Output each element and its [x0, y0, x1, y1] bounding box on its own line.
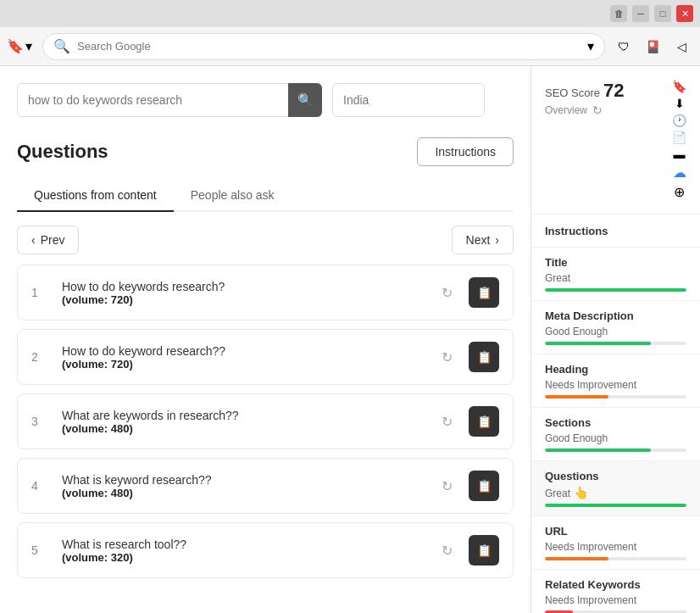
plus-circle-icon[interactable]: ⊕	[674, 184, 685, 200]
seo-item-label: Sections	[545, 416, 686, 429]
question-actions: ↻ 📋	[431, 342, 499, 372]
pagination: ‹ Prev Next ›	[17, 226, 514, 254]
cursor-icon: 👆	[574, 486, 588, 499]
progress-fill	[545, 395, 608, 398]
progress-bar	[545, 449, 686, 452]
grid-icon[interactable]: ▬	[674, 148, 686, 161]
seo-item[interactable]: Title Great	[531, 248, 700, 301]
question-item: 2 How to do keyword research?? (volume: …	[17, 329, 514, 385]
question-number: 3	[31, 415, 48, 428]
next-button[interactable]: Next ›	[452, 226, 514, 254]
question-refresh-btn[interactable]: ↻	[431, 277, 462, 308]
delete-btn[interactable]: 🗑	[610, 5, 627, 22]
search-icon: 🔍	[53, 38, 70, 54]
seo-item-label: Related Keywords	[545, 578, 686, 591]
question-copy-btn[interactable]: 📋	[469, 342, 499, 372]
question-copy-btn[interactable]: 📋	[469, 277, 499, 308]
seo-item-label: URL	[545, 525, 686, 538]
question-actions: ↻ 📋	[431, 406, 499, 437]
seo-item-label: Questions	[545, 470, 686, 482]
question-main: How to do keywords research?	[62, 280, 418, 293]
chevron-right-icon: ›	[495, 233, 499, 247]
extension-icon[interactable]: 🎴	[641, 35, 664, 59]
cloud-icon[interactable]: ☁	[673, 164, 686, 181]
search-bar[interactable]: 🔍 ▾	[42, 33, 605, 60]
question-copy-btn[interactable]: 📋	[469, 535, 499, 566]
question-text: What is research tool?? (volume: 320)	[62, 538, 418, 564]
seo-item[interactable]: Heading Needs Improvement	[531, 354, 700, 408]
question-text: What is keyword research?? (volume: 480)	[62, 473, 418, 499]
question-volume: (volume: 720)	[62, 293, 418, 306]
question-item: 5 What is research tool?? (volume: 320) …	[17, 522, 514, 578]
progress-fill	[545, 449, 651, 452]
title-bar: 🗑 ─ □ ✕	[0, 0, 700, 27]
question-refresh-btn[interactable]: ↻	[431, 406, 462, 437]
seo-item[interactable]: Sections Good Enough	[531, 408, 700, 461]
search-input[interactable]	[77, 40, 581, 53]
question-refresh-btn[interactable]: ↻	[431, 342, 462, 372]
toolbar-icons: 🛡 🎴 ◁	[612, 35, 693, 59]
seo-item-status: Good Enough	[545, 326, 686, 337]
browser-toolbar: 🔖 ▾ 🔍 ▾ 🛡 🎴 ◁	[0, 27, 700, 66]
progress-fill	[545, 504, 686, 507]
question-actions: ↻ 📋	[431, 277, 499, 308]
sidebar-top-icons: 🔖 ⬇ 🕐 📄 ▬ ☁ ⊕	[672, 80, 686, 200]
progress-bar	[545, 557, 686, 560]
question-copy-btn[interactable]: 📋	[469, 406, 499, 437]
page-title: Questions	[17, 141, 108, 163]
instructions-label: Instructions	[545, 225, 608, 237]
question-copy-btn[interactable]: 📋	[469, 471, 499, 501]
seo-item-label: Heading	[545, 363, 686, 376]
question-number: 5	[31, 543, 48, 557]
instructions-button[interactable]: Instructions	[417, 137, 514, 166]
question-refresh-btn[interactable]: ↻	[431, 535, 462, 566]
seo-item[interactable]: URL Needs Improvement	[531, 516, 700, 570]
progress-bar	[545, 395, 686, 398]
tabs: Questions from content People also ask	[17, 180, 514, 212]
content-area: 🔍 Questions Instructions Questions from …	[0, 66, 531, 613]
progress-fill	[545, 288, 686, 292]
seo-item-status: Needs Improvement	[545, 594, 686, 606]
history-icon[interactable]: 🕐	[672, 114, 686, 127]
question-main: What is research tool??	[62, 538, 418, 551]
download-icon[interactable]: ⬇	[675, 97, 685, 110]
question-number: 1	[31, 286, 48, 299]
bookmark-area: 🔖 ▾	[7, 38, 32, 54]
sidebar-toggle-icon[interactable]: ◁	[669, 35, 693, 59]
keyword-input[interactable]	[17, 83, 322, 117]
question-number: 4	[31, 479, 48, 493]
question-item: 3 What are keywords in research?? (volum…	[17, 393, 514, 449]
seo-item-status: Needs Improvement	[545, 379, 686, 391]
question-refresh-btn[interactable]: ↻	[431, 471, 462, 501]
prev-button[interactable]: ‹ Prev	[17, 226, 79, 254]
seo-item-label: Title	[545, 256, 686, 269]
keyword-input-wrap: 🔍	[17, 83, 322, 117]
tab-questions-from-content[interactable]: Questions from content	[17, 180, 174, 210]
instructions-section: Instructions	[531, 215, 700, 248]
seo-item-status: Great👆	[545, 486, 686, 499]
question-text: What are keywords in research?? (volume:…	[62, 409, 418, 435]
bookmark-icon: 🔖	[7, 38, 24, 54]
document-icon[interactable]: 📄	[672, 131, 686, 144]
search-button[interactable]: 🔍	[288, 83, 322, 117]
shield-icon[interactable]: 🛡	[612, 35, 636, 59]
seo-item[interactable]: Meta Description Good Enough	[531, 301, 700, 354]
seo-score-section: SEO Score 72 Overview ↻ 🔖 ⬇ 🕐 📄 ▬ ☁ ⊕	[531, 66, 700, 215]
chevron-left-icon: ‹	[31, 233, 36, 247]
tab-people-also-ask[interactable]: People also ask	[174, 180, 292, 210]
bookmark-sidebar-icon[interactable]: 🔖	[672, 80, 686, 93]
question-main: What is keyword research??	[62, 473, 418, 487]
progress-fill	[545, 557, 608, 560]
question-item: 4 What is keyword research?? (volume: 48…	[17, 458, 514, 514]
seo-item[interactable]: Related Keywords Needs Improvement	[531, 570, 700, 613]
location-input[interactable]	[332, 83, 485, 117]
seo-score-number: 72	[603, 80, 624, 102]
question-number: 2	[31, 350, 48, 364]
seo-score-label: SEO Score	[545, 86, 600, 99]
close-btn[interactable]: ✕	[676, 5, 693, 22]
maximize-btn[interactable]: □	[654, 5, 671, 22]
seo-item[interactable]: Questions Great👆	[531, 461, 700, 516]
refresh-icon[interactable]: ↻	[592, 103, 603, 117]
location-input-wrap	[332, 83, 485, 117]
minimize-btn[interactable]: ─	[632, 5, 649, 22]
